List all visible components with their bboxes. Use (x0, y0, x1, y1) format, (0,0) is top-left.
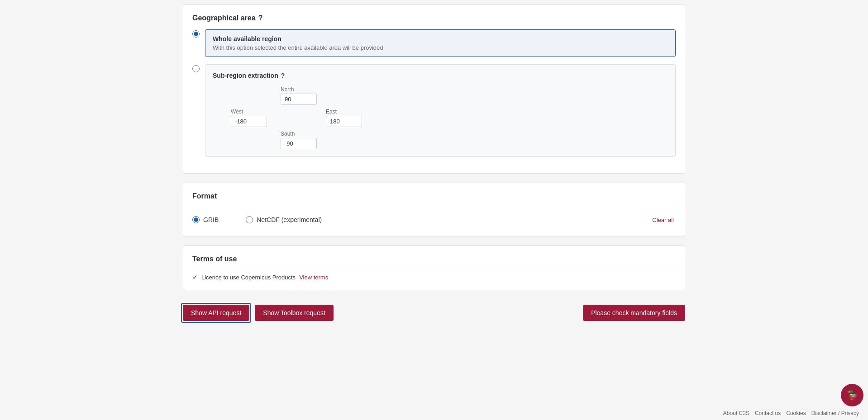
geo-area-title: Geographical area ? (192, 14, 676, 22)
west-coord-group: West (231, 109, 267, 127)
format-options: GRIB NetCDF (experimental) (192, 212, 322, 227)
geo-area-title-text: Geographical area (192, 14, 256, 22)
geo-area-help-icon[interactable]: ? (258, 14, 263, 22)
page-footer: About C3S Contact us Cookies Disclaimer … (714, 406, 868, 420)
terms-checkmark: ✓ (192, 274, 198, 281)
footer-contact[interactable]: Contact us (755, 410, 781, 416)
csdn-watermark: 🦆 (841, 384, 863, 406)
whole-region-title: Whole available region (213, 35, 668, 42)
west-input[interactable] (231, 116, 267, 127)
whole-region-option: Whole available region With this option … (192, 29, 676, 57)
north-coord-group: North (281, 86, 317, 105)
terms-licence-label: Licence to use Copernicus Products (201, 274, 296, 281)
show-api-request-button[interactable]: Show API request (183, 305, 249, 321)
north-input[interactable] (281, 94, 317, 105)
clear-all-button[interactable]: Clear all (652, 217, 676, 223)
format-netcdf-radio[interactable] (246, 216, 253, 223)
sub-region-card: Sub-region extraction ? North (205, 64, 676, 157)
footer-cookies[interactable]: Cookies (786, 410, 806, 416)
terms-title: Terms of use (192, 255, 676, 268)
format-netcdf: NetCDF (experimental) (246, 216, 322, 223)
west-label: West (231, 109, 267, 115)
sub-region-option: Sub-region extraction ? North (192, 64, 676, 157)
sub-region-help-icon[interactable]: ? (281, 72, 285, 79)
show-toolbox-request-button[interactable]: Show Toolbox request (255, 305, 334, 321)
footer-about[interactable]: About C3S (723, 410, 749, 416)
south-input[interactable] (281, 138, 317, 149)
north-label: North (281, 86, 317, 93)
sub-region-radio[interactable] (192, 65, 200, 72)
action-bar: Show API request Show Toolbox request Pl… (183, 299, 685, 326)
south-coord-group: South (281, 131, 317, 149)
mandatory-fields-button[interactable]: Please check mandatory fields (583, 305, 685, 321)
east-label: East (326, 109, 362, 115)
format-netcdf-label: NetCDF (experimental) (257, 216, 322, 223)
format-title: Format (192, 192, 676, 205)
footer-disclaimer[interactable]: Disclaimer / Privacy (811, 410, 859, 416)
whole-region-desc: With this option selected the entire ava… (213, 44, 668, 51)
geo-area-section: Geographical area ? Whole available regi… (183, 5, 685, 174)
format-grib-label: GRIB (203, 216, 219, 223)
terms-section: Terms of use ✓ Licence to use Copernicus… (183, 245, 685, 290)
terms-item: ✓ Licence to use Copernicus Products Vie… (192, 274, 676, 281)
api-request-wrapper: Show API request (183, 305, 249, 321)
whole-region-card: Whole available region With this option … (205, 29, 676, 57)
format-section: Format GRIB NetCDF (experimental) Clear … (183, 183, 685, 236)
whole-region-radio[interactable] (192, 30, 200, 38)
south-label: South (281, 131, 317, 137)
east-input[interactable] (326, 116, 362, 127)
sub-region-title: Sub-region extraction ? (213, 72, 668, 79)
east-coord-group: East (326, 109, 362, 127)
format-grib-radio[interactable] (192, 216, 200, 223)
view-terms-link[interactable]: View terms (299, 274, 328, 281)
format-grib: GRIB (192, 216, 219, 223)
